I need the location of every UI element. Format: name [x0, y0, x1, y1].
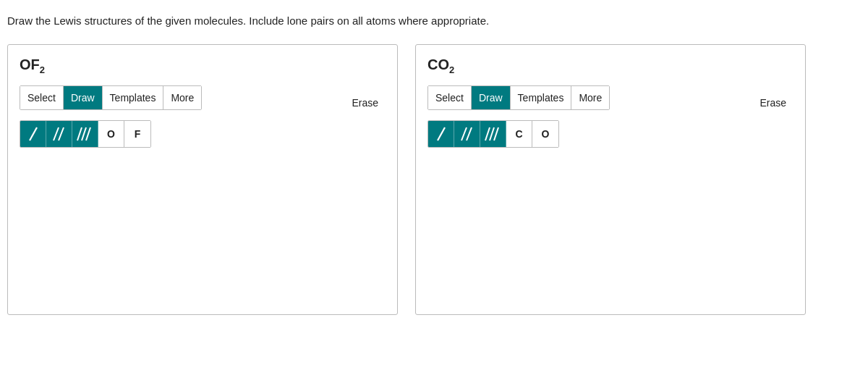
single-bond-icon-co2	[435, 126, 448, 142]
double-bond-button-of2[interactable]	[46, 121, 72, 147]
toolbar-of2: Select Draw Templates More	[20, 85, 202, 110]
svg-line-1	[54, 127, 59, 140]
erase-button-of2[interactable]: Erase	[344, 91, 386, 114]
atom-O-button-co2[interactable]: O	[532, 121, 558, 147]
bond-atom-toolbar-of2: O F	[20, 120, 151, 148]
instruction-text: Draw the Lewis structures of the given m…	[7, 14, 861, 27]
select-button-of2[interactable]: Select	[20, 86, 64, 109]
molecule-title-of2: OF2	[20, 56, 386, 75]
more-button-co2[interactable]: More	[571, 86, 609, 109]
triple-bond-button-of2[interactable]	[72, 121, 98, 147]
toolbar-co2: Select Draw Templates More	[427, 85, 610, 110]
more-button-of2[interactable]: More	[163, 86, 201, 109]
bond-atom-toolbar-co2: C O	[427, 120, 559, 148]
svg-line-3	[77, 127, 82, 140]
erase-button-co2[interactable]: Erase	[752, 91, 793, 114]
draw-button-co2[interactable]: Draw	[472, 86, 511, 109]
svg-line-6	[438, 127, 445, 140]
panels-container: OF2 Select Draw Templates More Erase	[7, 44, 861, 315]
single-bond-button-co2[interactable]	[428, 121, 454, 147]
svg-line-9	[485, 127, 490, 140]
single-bond-icon	[27, 126, 40, 142]
main-toolbar-co2: Select Draw Templates More Erase	[427, 85, 793, 120]
molecule-title-co2: CO2	[427, 56, 793, 75]
panel-co2: CO2 Select Draw Templates More Erase	[415, 44, 806, 315]
svg-line-4	[82, 127, 86, 140]
svg-line-8	[467, 127, 472, 140]
double-bond-icon	[51, 126, 67, 142]
svg-line-11	[494, 127, 498, 140]
triple-bond-icon-co2	[484, 126, 503, 142]
atom-F-button-of2[interactable]: F	[124, 121, 150, 147]
double-bond-button-co2[interactable]	[454, 121, 480, 147]
atom-C-button-co2[interactable]: C	[506, 121, 532, 147]
svg-line-5	[86, 127, 90, 140]
select-button-co2[interactable]: Select	[428, 86, 472, 109]
atom-O-button-of2[interactable]: O	[98, 121, 124, 147]
triple-bond-icon	[76, 126, 95, 142]
double-bond-icon-co2	[459, 126, 475, 142]
svg-line-2	[59, 127, 64, 140]
drawing-area-co2[interactable]	[427, 155, 793, 314]
triple-bond-button-co2[interactable]	[480, 121, 506, 147]
panel-of2: OF2 Select Draw Templates More Erase	[7, 44, 398, 315]
draw-button-of2[interactable]: Draw	[64, 86, 103, 109]
templates-button-co2[interactable]: Templates	[511, 86, 572, 109]
svg-line-0	[30, 127, 37, 140]
svg-line-10	[490, 127, 494, 140]
drawing-area-of2[interactable]	[20, 155, 386, 314]
single-bond-button-of2[interactable]	[20, 121, 46, 147]
svg-line-7	[461, 127, 467, 140]
main-toolbar-of2: Select Draw Templates More Erase	[20, 85, 386, 120]
templates-button-of2[interactable]: Templates	[103, 86, 164, 109]
